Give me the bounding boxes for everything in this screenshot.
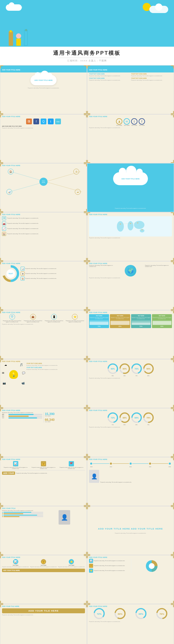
icon-4: f (139, 118, 145, 125)
pct-80-label: 80% (119, 375, 130, 376)
slide-28: ADD YOUR TITLE HERE 72% 86% (87, 604, 174, 644)
slide-9-item1: Prepared to start writing. The text will… (25, 268, 85, 269)
slide-3-body: Prepared to start writing. The text will… (2, 128, 85, 129)
slide-8-title: ADD YOUR TITLE HERE (89, 214, 172, 215)
slide-1: ADD YOUR TITLE HERE ADD YOUR TITLE HERE … (0, 65, 87, 114)
svg-text:76%: 76% (160, 613, 164, 615)
photo-icon: 📷 (3, 382, 6, 385)
svg-text:60%: 60% (110, 368, 115, 370)
number2: 66,340 (45, 418, 85, 421)
slide-13-text2: YOUR TEXT GOES HERE (26, 367, 85, 368)
slide-21-body1: Prepared to start writing. The text will… (2, 566, 29, 567)
slide-28-body: Prepared to start writing. The text will… (89, 621, 172, 622)
slide-22-t2: Prepared to start writing. The text will… (94, 565, 130, 566)
slide-2-body3: Prepared to start writing. The text will… (131, 75, 172, 77)
slide-17-t2: Prepared to start writing. The text will… (30, 467, 57, 469)
slide-13-title: ADD YOUR TITLE HERE (2, 361, 85, 362)
svg-point-4 (117, 221, 124, 232)
slide-2-body2: Prepared to start writing. The text will… (89, 80, 130, 81)
facebook-icon: f (33, 119, 39, 124)
slide-13-body1: Prepared to start writing. The text will… (26, 365, 85, 366)
slide-21-t3: TEXT HERE (58, 565, 85, 566)
icon-p1: 📊 (13, 559, 18, 564)
slide-11: ADD YOUR TITLE HERE 👕 Prepared to start … (0, 310, 87, 359)
pct-69: 69% (131, 424, 142, 425)
slide-8: ADD YOUR TITLE HERE (87, 212, 174, 261)
slide-9-item3: Prepared to start writing. The text will… (25, 278, 85, 279)
slide-27-title: ADD YOUR TiLE HERE (2, 605, 85, 607)
slide-3-subtitle: ADD YOUR OWN TITLE TEXT HERE (2, 125, 85, 127)
map-icon: 🗺 (2, 216, 6, 220)
person-photo: 👤 (59, 510, 70, 525)
person-image: 👤 (89, 470, 99, 483)
slide-11-t1: Prepared to start writing. The text will… (2, 320, 22, 323)
slide-6: ADD YOUR TITLE HERE Prepared to start wr… (87, 163, 174, 212)
slide-11-t4: Prepared to start writing. The text will… (65, 320, 85, 323)
svg-text:86%: 86% (122, 417, 127, 419)
slide-2-text1: YOUR TEXT GOES HERE (89, 73, 130, 75)
text-here-1: TEXT HERE (116, 125, 122, 126)
bar-label-4: TEXT HERE (153, 315, 171, 316)
pct-86: 86% (119, 424, 130, 425)
svg-text:70%: 70% (134, 368, 139, 370)
svg-text:72%: 72% (97, 613, 102, 615)
slide-15-num1-label: TEXT HERE (45, 416, 85, 417)
icon-c: 🏠 (21, 276, 25, 281)
slide-21-title: AdD YouR TITLE HERE (2, 556, 85, 558)
icon-q2: 💰 (89, 564, 93, 568)
shirt-icon: 👕 (9, 314, 15, 320)
slide-6-cloud-title: ADD YOUR TITLE HERE (122, 178, 140, 180)
svg-text:69%: 69% (139, 613, 143, 615)
slide-13: ADD YOUR TITLE HERE 💡 ☁ 🎵 📷 📹 ✉ 💬 YOUR T… (0, 359, 87, 408)
slide-10-text1: Prepared to start writing. The text will… (89, 265, 116, 276)
slide-16-body: Prepared to start writing. The text will… (89, 427, 172, 428)
svg-text:76%: 76% (146, 417, 151, 419)
slide-15-text1: Prepared to start writing. The text will… (2, 412, 42, 413)
icon-a: 📊 (21, 267, 25, 271)
slide-17-body: Prepared to start writing. The text will… (16, 473, 85, 474)
sub-title: 汇报时间：XXXX 主题人：千图网 (67, 59, 107, 62)
car-icon: 🚗 (2, 221, 6, 225)
lightbulb-icon: 💡 (9, 370, 18, 379)
slide-18: ADD YOUR TITLE HERE 2010 2012 (87, 457, 174, 506)
twitter-icon: t (48, 119, 54, 124)
slide-4-body: Prepared to start writing. The text will… (89, 127, 172, 128)
music-icon: 🎵 (20, 363, 23, 366)
slide-14-body: Prepared to start writing. The text will… (89, 378, 172, 379)
money-icon: 💰 (41, 461, 46, 466)
slide-7-item2: Prepared to start writing. The text will… (7, 223, 85, 224)
star-icon: ⭐ (72, 314, 78, 320)
svg-line-1 (46, 172, 80, 182)
pct-90-label: 90% (143, 375, 154, 376)
text-here-2: TEXT HERE (124, 125, 130, 126)
slide-5: ADD YOUR TITLE HERE TEXTHERE 🏠 ⚙ 📊 ☁ (0, 163, 87, 212)
slide-7: ADD YOUR TITLE HERE 🗺 Prepared to start … (0, 212, 87, 261)
icon-p3: ⭐ (69, 559, 74, 564)
slide-7-item1: Prepared to start writing. The text will… (7, 218, 85, 219)
slide-21-t2: TEXT HERE (30, 565, 57, 566)
svg-text:72%: 72% (110, 417, 115, 419)
chart-icon: 📈 (2, 227, 6, 231)
slide-20: ADD YOUR TITLE HERE ADD YOUR TITLE HERE … (87, 506, 174, 555)
slide-13-text1: YOUR TEXT GOES HERE (26, 363, 85, 364)
rss-icon: rss (55, 119, 61, 124)
slide-1-body: Prepared to start writing. The text will… (2, 88, 85, 89)
bar-label-1: TEXT HERE (90, 315, 108, 316)
slide-28-title: ADD YOUR TITLE HERE (89, 605, 172, 607)
icon-q1: 📊 (89, 559, 93, 563)
slide-20-title1: ADD YOUR TITLE HERE ADD YOUR TITLE HERE (98, 527, 163, 530)
slide-14: ADD YOUR TITLE HERE 60% 60% 8 (87, 359, 174, 408)
slide-27-body: Prepared to start writing. The text will… (2, 614, 85, 616)
slide-22-t3: Prepared to start writing. The text will… (94, 570, 130, 571)
bar-text-2: Prepared to start writing. The text will… (110, 317, 129, 319)
chart-blue-icon: 📊 (13, 461, 18, 466)
slide-15-num2-label: TEXT HERE (45, 421, 85, 423)
slide-17-title: ADD YOUR TITLE HERE (2, 459, 85, 460)
svg-point-5 (128, 221, 133, 230)
text-here-4: TEXT HERE (139, 125, 145, 126)
cloud-sm-icon: ☁ (4, 363, 7, 366)
pct-76: 76% (143, 424, 154, 425)
slide-9-item2: Prepared to start writing. The text will… (25, 273, 85, 274)
slide-7-item4: Prepared to start writing. The text will… (7, 233, 85, 234)
slide-3: ADD YOUR TITLE HERE 微 f Q t rss ADD YOUR… (0, 114, 87, 163)
